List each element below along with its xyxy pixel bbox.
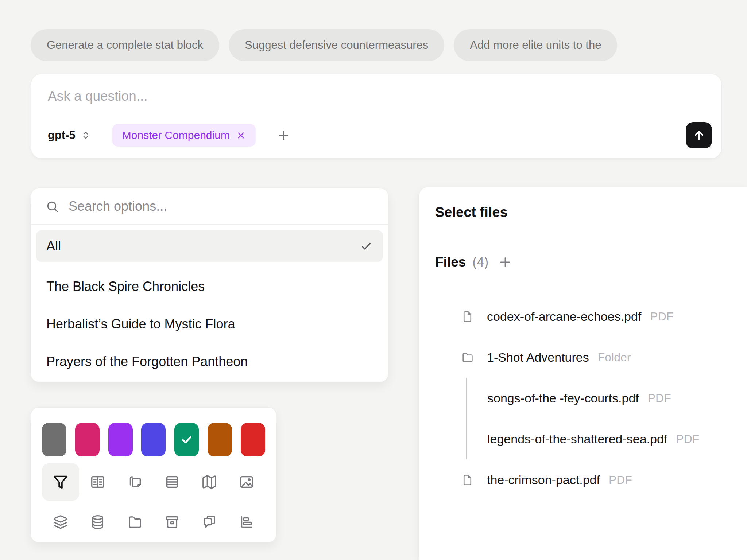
icon-option-filter[interactable] [42, 463, 79, 501]
map-icon [201, 474, 218, 490]
copy-pages-icon [127, 474, 143, 490]
icon-option-notebook[interactable] [79, 463, 116, 501]
option-label: Prayers of the Forgotten Pantheon [46, 354, 248, 369]
arrow-up-icon [692, 129, 706, 142]
question-input[interactable] [48, 86, 449, 107]
folder-icon [461, 351, 475, 364]
context-tag-monster-compendium[interactable]: Monster Compendium [112, 124, 256, 147]
file-row-songs-of-the-fey-courts[interactable]: songs-of-the -fey-courts.pdf PDF [467, 378, 747, 419]
file-type-badge: PDF [609, 473, 632, 487]
composer-toolbar: gpt-5 Monster Compendium [48, 122, 712, 149]
add-context-icon[interactable] [277, 129, 290, 142]
file-row-legends-of-the-shattered-sea[interactable]: legends-of-the-shattered-sea.pdf PDF [467, 419, 747, 459]
file-row-the-crimson-pact[interactable]: the-crimson-pact.pdf PDF [435, 459, 747, 500]
check-icon [179, 432, 194, 447]
file-row-one-shot-adventures[interactable]: 1-Shot Adventures Folder [435, 337, 747, 378]
suggestion-chip-elite-units[interactable]: Add more elite units to the [454, 29, 617, 61]
image-icon [238, 474, 255, 490]
add-file-icon[interactable] [498, 255, 512, 269]
option-forgotten-pantheon[interactable]: Prayers of the Forgotten Pantheon [31, 343, 388, 380]
file-list: codex-of-arcane-echoes.pdf PDF 1-Shot Ad… [435, 296, 747, 500]
icon-option-folder[interactable] [116, 503, 154, 541]
icon-option-map[interactable] [191, 463, 228, 501]
files-label: Files [435, 254, 466, 270]
rows-icon [164, 474, 181, 490]
icon-option-image[interactable] [228, 463, 265, 501]
files-count: (4) [472, 254, 488, 270]
file-type-badge: PDF [648, 392, 671, 405]
file-name: songs-of-the -fey-courts.pdf [487, 391, 639, 405]
folder-name: 1-Shot Adventures [487, 350, 589, 365]
color-swatch-red[interactable] [241, 423, 265, 456]
screen: Generate a complete stat block Suggest d… [0, 0, 747, 560]
file-row-codex[interactable]: codex-of-arcane-echoes.pdf PDF [435, 296, 747, 337]
folder-icon [127, 514, 143, 530]
layers-icon [52, 514, 69, 530]
option-black-spire-chronicles[interactable]: The Black Spire Chronicles [31, 268, 388, 305]
folder-children-group: songs-of-the -fey-courts.pdf PDF legends… [466, 378, 747, 459]
color-swatch-brown[interactable] [208, 423, 232, 456]
bar-chart-icon [238, 514, 255, 530]
file-name: codex-of-arcane-echoes.pdf [487, 310, 641, 324]
icon-grid [42, 463, 265, 541]
file-name: legends-of-the-shattered-sea.pdf [487, 432, 667, 446]
suggestion-chips: Generate a complete stat block Suggest d… [31, 29, 747, 61]
search-options-row [31, 188, 388, 225]
files-panel-title: Select files [435, 205, 747, 220]
suggestion-chip-countermeasures[interactable]: Suggest defensive countermeasures [229, 29, 444, 61]
model-selector[interactable]: gpt-5 [48, 129, 91, 142]
context-tag-label: Monster Compendium [122, 129, 230, 141]
chevrons-up-down-icon [80, 130, 91, 141]
icon-option-archive[interactable] [154, 503, 191, 541]
filter-icon [52, 474, 69, 490]
icon-option-database[interactable] [79, 503, 116, 541]
file-type-badge: PDF [650, 310, 673, 323]
file-type-badge: PDF [676, 432, 699, 446]
color-swatch-indigo[interactable] [141, 423, 166, 456]
composer-card: gpt-5 Monster Compendium [31, 74, 722, 159]
color-swatches [42, 423, 265, 456]
suggestion-chip-stat-block[interactable]: Generate a complete stat block [31, 29, 219, 61]
search-icon [46, 200, 59, 213]
file-name: the-crimson-pact.pdf [487, 473, 600, 487]
icon-option-messages[interactable] [191, 503, 228, 541]
archive-icon [164, 514, 181, 530]
notebook-icon [89, 474, 106, 490]
file-type-badge: Folder [598, 351, 631, 364]
icon-option-rows[interactable] [154, 463, 191, 501]
file-icon [461, 310, 475, 323]
color-swatch-pink[interactable] [75, 423, 100, 456]
files-header: Files (4) [435, 254, 747, 270]
color-swatch-purple[interactable] [108, 423, 133, 456]
icon-option-copy[interactable] [116, 463, 154, 501]
options-dropdown: All The Black Spire Chronicles Herbalist… [31, 188, 388, 382]
option-label: Herbalist’s Guide to Mystic Flora [46, 316, 235, 332]
color-swatch-gray[interactable] [42, 423, 66, 456]
icon-option-layers[interactable] [42, 503, 79, 541]
icon-option-bar-chart[interactable] [228, 503, 265, 541]
remove-tag-icon[interactable] [236, 131, 246, 140]
color-swatch-green-selected[interactable] [174, 423, 199, 456]
file-icon [461, 473, 475, 487]
option-label: The Black Spire Chronicles [46, 279, 205, 294]
search-options-input[interactable] [69, 199, 374, 214]
check-icon [360, 240, 373, 253]
option-herbalists-guide[interactable]: Herbalist’s Guide to Mystic Flora [31, 305, 388, 343]
messages-icon [201, 514, 218, 530]
send-button[interactable] [686, 122, 712, 148]
files-panel: Select files Files (4) codex-of-arcane-e… [419, 187, 747, 560]
model-name: gpt-5 [48, 129, 76, 142]
option-all[interactable]: All [36, 230, 383, 262]
database-icon [89, 514, 106, 530]
style-palette [31, 407, 276, 542]
option-label: All [46, 238, 61, 254]
